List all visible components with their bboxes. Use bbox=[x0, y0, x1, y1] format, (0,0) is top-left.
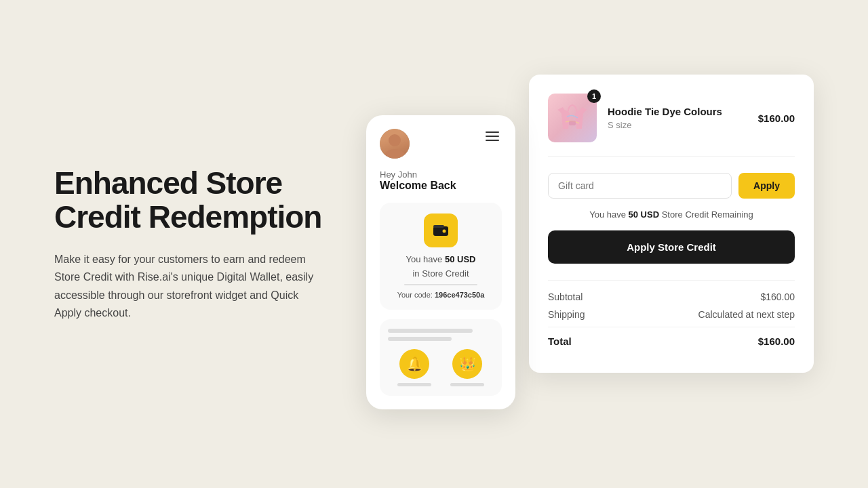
gift-card-input[interactable] bbox=[548, 173, 732, 199]
svg-rect-3 bbox=[569, 121, 576, 125]
page-wrapper: Enhanced Store Credit Redemption Make it… bbox=[0, 47, 868, 441]
total-row: Total $160.00 bbox=[548, 327, 795, 347]
total-value: $160.00 bbox=[758, 336, 795, 347]
hamburger-menu-icon[interactable] bbox=[483, 129, 502, 144]
credit-icon-wrap bbox=[424, 214, 458, 247]
store-credit-post: Store Credit Remaining bbox=[662, 209, 753, 220]
apply-store-credit-button[interactable]: Apply Store Credit bbox=[548, 230, 795, 264]
product-name: Hoodie Tie Dye Colours bbox=[608, 106, 747, 117]
credit-have-text: You have 50 USD bbox=[391, 254, 491, 264]
store-credit-info: You have 50 USD Store Credit Remaining bbox=[548, 209, 795, 220]
mobile-bottom-section: 🔔 👑 bbox=[380, 319, 502, 396]
svg-rect-1 bbox=[433, 225, 444, 228]
placeholder-line-2 bbox=[388, 337, 452, 341]
store-credit-pre: You have bbox=[589, 209, 626, 220]
shipping-row: Shipping Calculated at next step bbox=[548, 309, 795, 320]
subtotal-label: Subtotal bbox=[548, 291, 583, 302]
notification-icon-btn[interactable]: 🔔 bbox=[399, 349, 429, 379]
subtotal-value: $160.00 bbox=[760, 291, 795, 302]
divider bbox=[404, 284, 477, 285]
placeholder-line-1 bbox=[388, 329, 473, 333]
product-row: 1 bbox=[548, 94, 795, 157]
credit-amount: 50 USD bbox=[445, 254, 476, 264]
mobile-widget-card: Hey John Welcome Back You have 50 USD in… bbox=[366, 115, 515, 409]
code-value: 196ce473c50a bbox=[435, 291, 484, 299]
product-size: S size bbox=[608, 120, 747, 130]
hamburger-line-2 bbox=[486, 136, 499, 137]
headline: Enhanced Store Credit Redemption bbox=[54, 166, 326, 235]
notification-icon-wrap: 🔔 bbox=[397, 349, 431, 386]
hamburger-line-1 bbox=[486, 131, 499, 133]
code-text: Your code: 196ce473c50a bbox=[391, 291, 491, 299]
greeting-welcome: Welcome Back bbox=[380, 180, 456, 191]
subtotal-row: Subtotal $160.00 bbox=[548, 291, 795, 302]
notification-label-line bbox=[397, 383, 431, 386]
shipping-value: Calculated at next step bbox=[698, 309, 795, 320]
bottom-icons: 🔔 👑 bbox=[388, 349, 494, 386]
product-info: Hoodie Tie Dye Colours S size bbox=[608, 106, 747, 130]
product-badge: 1 bbox=[587, 89, 601, 103]
credit-box: You have 50 USD in Store Credit Your cod… bbox=[380, 203, 502, 310]
crown-icon-wrap: 👑 bbox=[450, 349, 484, 386]
description: Make it easy for your customers to earn … bbox=[54, 251, 326, 323]
avatar-face bbox=[380, 129, 410, 159]
mobile-greeting: Hey John Welcome Back bbox=[380, 169, 502, 192]
hoodie-svg bbox=[555, 100, 590, 136]
gift-card-row: Apply bbox=[548, 173, 795, 199]
shipping-label: Shipping bbox=[548, 309, 585, 320]
greeting-hey: Hey John bbox=[380, 169, 502, 180]
store-credit-amount: 50 USD bbox=[629, 209, 660, 220]
product-image-wrap: 1 bbox=[548, 94, 597, 142]
left-section: Enhanced Store Credit Redemption Make it… bbox=[54, 166, 326, 323]
totals-section: Subtotal $160.00 Shipping Calculated at … bbox=[548, 280, 795, 347]
hamburger-line-3 bbox=[486, 140, 499, 141]
crown-icon-btn[interactable]: 👑 bbox=[452, 349, 482, 379]
credit-suffix-text: in Store Credit bbox=[391, 268, 491, 279]
mobile-header bbox=[380, 129, 502, 159]
right-section: Hey John Welcome Back You have 50 USD in… bbox=[366, 75, 814, 413]
checkout-panel: 1 bbox=[529, 75, 814, 373]
total-label: Total bbox=[548, 336, 572, 347]
svg-rect-0 bbox=[433, 226, 448, 236]
wallet-icon bbox=[432, 222, 450, 239]
apply-gift-card-button[interactable]: Apply bbox=[738, 173, 795, 199]
avatar bbox=[380, 129, 410, 159]
product-price: $160.00 bbox=[758, 113, 795, 124]
svg-point-2 bbox=[443, 230, 446, 233]
bottom-lines bbox=[388, 329, 494, 341]
crown-label-line bbox=[450, 383, 484, 386]
